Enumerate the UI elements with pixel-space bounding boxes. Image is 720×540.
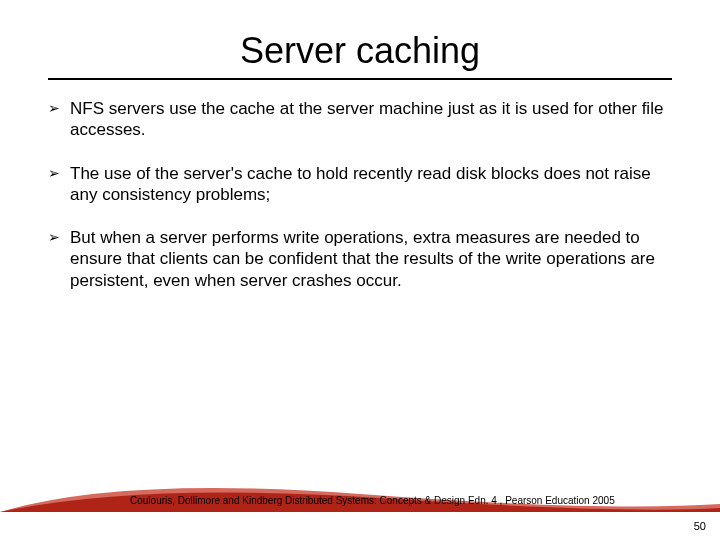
bullet-text: NFS servers use the cache at the server …: [70, 98, 672, 141]
title-underline: [48, 78, 672, 80]
bullet-text: The use of the server's cache to hold re…: [70, 163, 672, 206]
bullet-item: ➢ But when a server performs write opera…: [48, 227, 672, 291]
citation-text: Coulouris, Dollimore and Kindberg Distri…: [130, 495, 615, 506]
slide-title: Server caching: [240, 30, 480, 72]
bullet-arrow-icon: ➢: [48, 229, 60, 247]
page-number: 50: [694, 520, 706, 532]
slide: Server caching ➢ NFS servers use the cac…: [0, 0, 720, 540]
title-area: Server caching: [0, 0, 720, 78]
bullet-item: ➢ NFS servers use the cache at the serve…: [48, 98, 672, 141]
bullet-arrow-icon: ➢: [48, 165, 60, 183]
bullet-text: But when a server performs write operati…: [70, 227, 672, 291]
content-area: ➢ NFS servers use the cache at the serve…: [0, 98, 720, 291]
bullet-item: ➢ The use of the server's cache to hold …: [48, 163, 672, 206]
bullet-arrow-icon: ➢: [48, 100, 60, 118]
